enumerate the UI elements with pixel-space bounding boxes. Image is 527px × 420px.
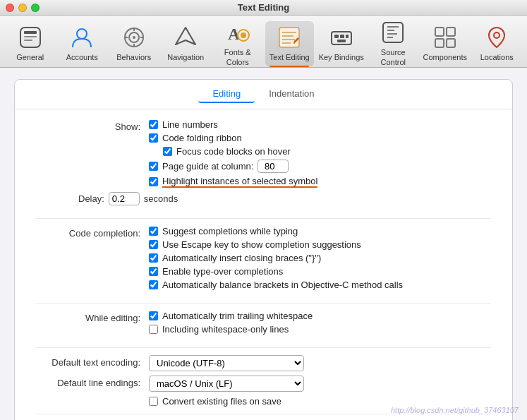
- toolbar-item-source-control[interactable]: Source Control: [369, 21, 418, 66]
- navigation-icon: [173, 25, 198, 50]
- behaviors-icon: [121, 25, 147, 50]
- seconds-label: seconds: [144, 193, 178, 204]
- svg-rect-24: [340, 35, 344, 38]
- toolbar-item-fonts-colors[interactable]: A Fonts & Colors: [213, 21, 262, 66]
- code-folding-checkbox[interactable]: [149, 133, 158, 143]
- code-completion-controls: Suggest completions while typing Use Esc…: [149, 226, 491, 290]
- svg-rect-26: [337, 40, 346, 42]
- convert-files-row: Convert existing files on save: [149, 396, 491, 407]
- encoding-select[interactable]: Unicode (UTF-8) UTF-16 ASCII ISO Latin 1: [149, 355, 304, 371]
- settings-body: Show: Line numbers Code folding ribbon: [15, 109, 512, 420]
- toolbar-label-locations: Locations: [480, 53, 514, 62]
- code-folding-row: Code folding ribbon: [149, 133, 491, 143]
- close-button[interactable]: [6, 4, 14, 12]
- line-numbers-checkbox[interactable]: [149, 120, 158, 129]
- auto-insert-braces-checkbox[interactable]: [149, 253, 158, 263]
- auto-balance-checkbox[interactable]: [149, 280, 158, 289]
- delay-label: Delay:: [78, 193, 104, 204]
- line-endings-label: Default line endings:: [36, 376, 149, 391]
- escape-key-row: Use Escape key to show completion sugges…: [149, 239, 491, 250]
- svg-rect-25: [346, 35, 349, 38]
- key-bindings-icon: [329, 25, 354, 50]
- tab-editing[interactable]: Editing: [198, 85, 255, 103]
- page-guide-label: Page guide at column:: [162, 161, 253, 172]
- line-endings-select[interactable]: macOS / Unix (LF) Windows (CRLF) Classic…: [149, 376, 304, 392]
- line-endings-controls: macOS / Unix (LF) Windows (CRLF) Classic…: [149, 376, 491, 392]
- show-section: Show: Line numbers Code folding ribbon: [36, 119, 491, 205]
- while-editing-row: While editing: Automatically trim traili…: [36, 311, 491, 335]
- svg-rect-2: [24, 36, 37, 37]
- svg-rect-32: [435, 28, 444, 36]
- line-numbers-label: Line numbers: [162, 119, 218, 130]
- svg-rect-34: [435, 39, 444, 47]
- tabs-row: Editing Indentation: [15, 80, 512, 109]
- components-icon: [432, 25, 458, 50]
- minimize-button[interactable]: [18, 4, 27, 12]
- suggest-completions-checkbox[interactable]: [149, 227, 158, 236]
- line-numbers-row: Line numbers: [149, 119, 491, 130]
- toolbar-item-key-bindings[interactable]: Key Bindings: [317, 21, 366, 66]
- svg-rect-16: [279, 28, 299, 47]
- show-controls: Line numbers Code folding ribbon Focus c…: [149, 119, 491, 188]
- window-controls[interactable]: [6, 4, 40, 12]
- toolbar: General Accounts Behaviors: [0, 16, 527, 68]
- title-bar: Text Editing: [0, 0, 527, 16]
- auto-balance-row: Automatically balance brackets in Object…: [149, 280, 491, 290]
- toolbar-item-text-editing[interactable]: Text Editing: [265, 21, 315, 66]
- page-guide-number[interactable]: [258, 160, 289, 173]
- suggest-completions-row: Suggest completions while typing: [149, 226, 491, 236]
- svg-rect-35: [447, 39, 455, 47]
- toolbar-item-components[interactable]: Components: [420, 21, 470, 66]
- encoding-row: Default text encoding: Unicode (UTF-8) U…: [36, 355, 491, 371]
- text-editing-icon: [277, 25, 302, 50]
- auto-insert-braces-label: Automatically insert closing braces ("}"…: [162, 253, 321, 263]
- convert-controls: Convert existing files on save: [149, 396, 491, 407]
- toolbar-item-behaviors[interactable]: Behaviors: [109, 21, 159, 66]
- trim-whitespace-label: Automatically trim trailing whitespace: [162, 311, 313, 321]
- window-title: Text Editing: [238, 2, 289, 13]
- enable-typeover-row: Enable type-over completions: [149, 266, 491, 277]
- show-row: Show: Line numbers Code folding ribbon: [36, 119, 491, 188]
- focus-code-checkbox[interactable]: [163, 147, 172, 156]
- auto-balance-label: Automatically balance brackets in Object…: [162, 280, 403, 290]
- line-endings-row: Default line endings: macOS / Unix (LF) …: [36, 376, 491, 392]
- maximize-button[interactable]: [31, 4, 40, 12]
- encoding-label: Default text encoding:: [36, 355, 149, 371]
- convert-row: Convert existing files on save: [36, 396, 491, 407]
- svg-rect-3: [24, 40, 32, 41]
- toolbar-item-navigation[interactable]: Navigation: [162, 21, 211, 66]
- page-guide-inline: Page guide at column:: [162, 160, 289, 173]
- svg-rect-1: [24, 31, 37, 34]
- svg-point-15: [241, 32, 246, 38]
- toolbar-item-accounts[interactable]: Accounts: [58, 21, 107, 66]
- escape-key-checkbox[interactable]: [149, 240, 158, 249]
- focus-code-row: Focus code blocks on hover: [149, 146, 491, 157]
- toolbar-label-text-editing: Text Editing: [269, 53, 310, 62]
- toolbar-label-navigation: Navigation: [167, 53, 204, 62]
- code-completion-section: Code completion: Suggest completions whi…: [36, 226, 491, 290]
- delay-input[interactable]: [109, 192, 140, 205]
- delay-row: Delay: seconds: [36, 192, 491, 205]
- svg-point-7: [133, 36, 135, 39]
- tab-indentation[interactable]: Indentation: [255, 85, 328, 103]
- convert-files-checkbox[interactable]: [149, 397, 158, 406]
- trim-whitespace-checkbox[interactable]: [149, 311, 158, 320]
- toolbar-label-fonts-colors: Fonts & Colors: [214, 48, 261, 66]
- code-folding-label: Code folding ribbon: [162, 133, 242, 143]
- encoding-controls: Unicode (UTF-8) UTF-16 ASCII ISO Latin 1: [149, 355, 491, 371]
- focus-code-label: Focus code blocks on hover: [176, 146, 291, 157]
- page-guide-checkbox[interactable]: [149, 162, 158, 171]
- watermark: http://blog.csdn.net/github_37463107: [391, 406, 519, 414]
- toolbar-item-general[interactable]: General: [6, 21, 55, 66]
- enable-typeover-checkbox[interactable]: [149, 267, 158, 276]
- enable-typeover-label: Enable type-over completions: [162, 266, 283, 277]
- toolbar-item-locations[interactable]: Locations: [473, 21, 522, 66]
- svg-rect-33: [447, 28, 455, 36]
- divider-1: [36, 218, 491, 219]
- accounts-icon: [69, 25, 95, 50]
- whitespace-only-checkbox[interactable]: [149, 325, 158, 334]
- while-editing-label: While editing:: [36, 311, 149, 326]
- highlight-checkbox[interactable]: [149, 177, 158, 186]
- toolbar-label-behaviors: Behaviors: [116, 53, 151, 62]
- suggest-completions-label: Suggest completions while typing: [162, 226, 298, 236]
